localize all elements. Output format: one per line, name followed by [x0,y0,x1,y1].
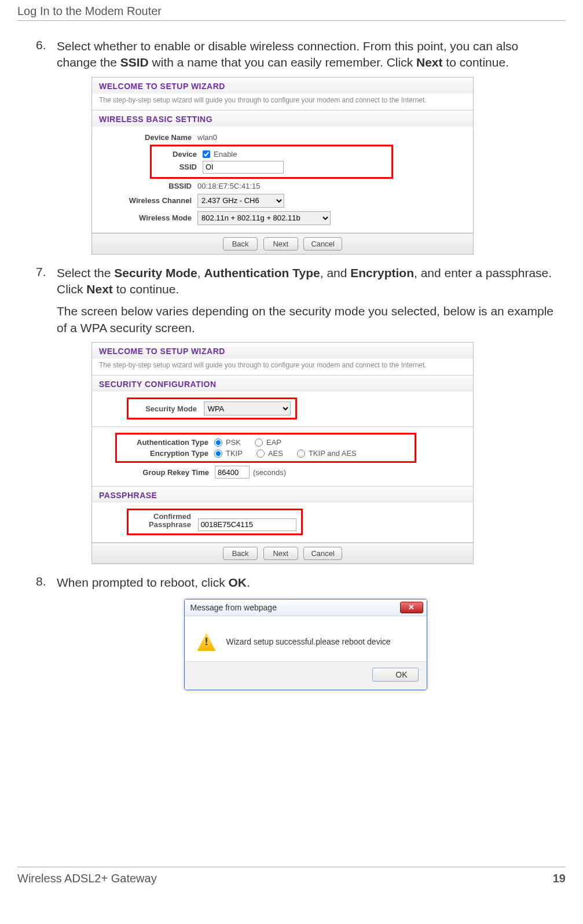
cancel-button-2[interactable]: Cancel [303,547,342,560]
mode-label: Wireless Mode [99,213,197,222]
wizard-title: WELCOME TO SETUP WIZARD [92,78,473,94]
auth-eap-radio[interactable] [255,439,263,447]
step-7-text-2: The screen below varies depending on the… [57,303,554,336]
step-8-number: 8. [36,575,46,588]
dialog-title: Message from webpage [190,603,277,612]
step-7: 7. Select the Security Mode, Authenticat… [29,265,554,564]
enc-both-radio[interactable] [297,450,305,458]
cancel-button[interactable]: Cancel [303,237,342,251]
wizard-title-2: WELCOME TO SETUP WIZARD [92,343,473,359]
auth-psk-radio[interactable] [214,439,222,447]
device-name-value: wlan0 [197,133,466,142]
passphrase-label: Confirmed Passphrase [133,513,191,529]
channel-select[interactable]: 2.437 GHz - CH6 [197,194,284,208]
security-mode-label: Security Mode [133,404,197,413]
wireless-basic-head: WIRELESS BASIC SETTING [92,111,473,127]
bssid-label: BSSID [99,182,197,190]
page-header: Log In to the Modem Router [17,0,566,21]
next-button[interactable]: Next [263,237,298,251]
device-enable-checkbox[interactable] [203,150,210,158]
rekey-input[interactable] [215,466,250,478]
mode-select[interactable]: 802.11n + 802.11g + 802.11b [197,211,331,225]
rekey-label: Group Rekey Time [99,468,215,477]
wizard-security: WELCOME TO SETUP WIZARD The step-by-step… [91,342,474,564]
step-7-number: 7. [36,265,46,279]
wizard-desc-2: The step-by-step setup wizard will guide… [92,359,473,375]
step-6-text: Select whether to enable or disable wire… [57,38,554,71]
ssid-term: SSID [120,56,149,69]
next-button-2[interactable]: Next [263,547,298,560]
next-term: Next [416,56,443,69]
step-8: 8. When prompted to reboot, click OK. Me… [29,575,554,690]
close-icon[interactable]: ✕ [400,602,423,613]
back-button[interactable]: Back [223,237,258,251]
step-6: 6. Select whether to enable or disable w… [29,38,554,255]
ssid-input[interactable] [203,161,284,174]
footer-page-number: 19 [553,872,566,885]
step-8-text: When prompted to reboot, click OK. [57,575,554,591]
device-enable-text: Enable [214,150,237,159]
bssid-value: 00:18:E7:5C:41:15 [197,182,466,190]
step-7-text-1: Select the Security Mode, Authentication… [57,265,554,298]
reboot-dialog: Message from webpage ✕ Wizard setup succ… [184,599,427,690]
auth-type-label: Authentication Type [122,438,214,447]
enc-type-label: Encryption Type [122,449,214,458]
wizard-wireless-basic: WELCOME TO SETUP WIZARD The step-by-step… [91,77,474,255]
step-6-number: 6. [36,38,46,52]
ok-button[interactable]: OK [372,668,419,682]
back-button-2[interactable]: Back [223,547,258,560]
passphrase-head: PASSPHRASE [92,487,473,503]
security-conf-head: SECURITY CONFIGURATION [92,376,473,392]
ssid-label: SSID [156,163,203,171]
device-label: Device [156,150,203,159]
footer-left: Wireless ADSL2+ Gateway [17,872,157,885]
security-mode-select[interactable]: WPA [204,402,291,415]
warning-icon [197,632,216,651]
enc-tkip-radio[interactable] [214,450,222,458]
enc-aes-radio[interactable] [256,450,265,458]
dialog-message: Wizard setup successful.please reboot de… [226,637,391,646]
wizard-desc: The step-by-step setup wizard will guide… [92,94,473,110]
channel-label: Wireless Channel [99,196,197,205]
device-name-label: Device Name [99,133,197,142]
passphrase-input[interactable] [198,518,296,531]
rekey-unit: (seconds) [253,468,286,477]
